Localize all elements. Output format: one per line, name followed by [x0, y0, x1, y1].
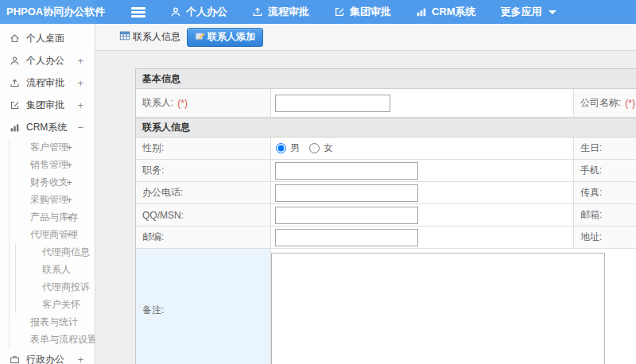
sidebar-item-label: 客户管理 [30, 141, 68, 154]
company-name-label-cell: 公司名称: (*) [573, 89, 636, 118]
birthday-label-cell: 生日: [573, 137, 636, 160]
expand-icon[interactable]: + [77, 99, 83, 111]
contact-name-input[interactable] [275, 95, 390, 112]
sidebar-item-label: 集团审批 [26, 99, 64, 112]
sidebar-item-label: CRM系统 [26, 121, 67, 134]
nav-label: 流程审批 [268, 5, 309, 19]
zip-input[interactable] [275, 229, 418, 246]
remark-textarea[interactable] [271, 253, 605, 364]
expand-icon[interactable]: + [66, 159, 72, 171]
sidebar-item-label: 表单与流程设置 [30, 333, 95, 347]
sidebar-item-label: 财务收支 [30, 176, 68, 189]
top-bar: PHPOA协同办公软件 个人办公 流程审批 集团审批 [0, 0, 636, 24]
office-phone-input[interactable] [275, 184, 418, 202]
nav-workflow-approval[interactable]: 流程审批 [252, 5, 309, 19]
expand-icon[interactable]: + [77, 354, 83, 364]
collapse-icon[interactable]: − [77, 122, 83, 134]
gender-male-radio[interactable] [276, 143, 286, 153]
sidebar-item-agent-complaints[interactable]: 代理商投诉 [16, 278, 95, 296]
email-label-cell: 邮箱: [573, 204, 636, 227]
expand-icon[interactable]: + [66, 141, 72, 153]
agent-submenu: 代理商信息 联系人 代理商投诉 客户关怀 [15, 243, 95, 313]
nav-label: 集团审批 [350, 5, 391, 19]
collapse-icon[interactable]: − [66, 229, 72, 241]
contact-add-form: 基本信息 联系人: (*) 公司名称: (*) 联系人信息 [135, 68, 636, 364]
sidebar-item-customer-care[interactable]: 客户关怀 [16, 296, 95, 313]
sidebar-item-agent-info[interactable]: 代理商信息 [16, 243, 95, 261]
sidebar-item-personal-office[interactable]: 个人办公 + [0, 49, 95, 72]
tab-contact-info[interactable]: 联系人信息 [119, 30, 180, 44]
tab-label: 联系人添加 [207, 30, 255, 44]
sidebar-item-label: 联系人 [42, 263, 71, 277]
nav-more-apps[interactable]: 更多应用 [501, 5, 556, 19]
sidebar-item-agent-mgmt[interactable]: 代理商管理 − [10, 226, 95, 243]
app-logo: PHPOA协同办公软件 [0, 0, 95, 24]
office-phone-label-cell: 办公电话: [136, 182, 271, 204]
contact-name-field-cell [271, 89, 573, 118]
field-label: 传真: [580, 186, 602, 199]
field-label: 生日: [580, 141, 602, 155]
caret-down-icon [549, 10, 556, 14]
sidebar-item-admin-office[interactable]: 行政办公 + [0, 348, 95, 364]
menu-toggle-icon[interactable] [131, 7, 145, 17]
sidebar-item-form-workflow-settings[interactable]: 表单与流程设置 + [10, 331, 95, 348]
field-label: 联系人: [142, 96, 173, 110]
app-window: PHPOA协同办公软件 个人办公 流程审批 集团审批 [0, 0, 636, 364]
sidebar-item-label: 报表与统计 [30, 316, 78, 329]
sidebar-item-workflow-approval[interactable]: 流程审批 + [0, 72, 95, 94]
user-icon [10, 56, 20, 66]
mobile-label-cell: 手机: [573, 160, 636, 182]
nav-personal-office[interactable]: 个人办公 [170, 5, 227, 19]
sidebar-item-crm-system[interactable]: CRM系统 − [0, 116, 95, 138]
qq-label-cell: QQ/MSN: [136, 204, 271, 227]
field-label: 邮箱: [580, 208, 602, 222]
expand-icon[interactable]: + [77, 77, 83, 89]
home-icon [10, 33, 20, 44]
job-label-cell: 职务: [136, 160, 271, 182]
qq-field-cell [271, 204, 573, 227]
tab-label: 联系人信息 [133, 30, 180, 44]
sidebar-item-finance[interactable]: 财务收支 + [10, 173, 95, 191]
sidebar-item-purchase-mgmt[interactable]: 采购管理 + [10, 191, 95, 208]
expand-icon[interactable]: + [66, 176, 72, 188]
sidebar-item-label: 采购管理 [30, 193, 68, 207]
edit-square-icon [10, 100, 20, 110]
nav-label: CRM系统 [432, 5, 476, 19]
sidebar-item-label: 流程审批 [26, 76, 64, 90]
field-label: 备注: [142, 304, 164, 317]
sidebar-item-customer-mgmt[interactable]: 客户管理 + [10, 138, 95, 156]
sidebar-item-personal-desktop[interactable]: 个人桌面 [0, 27, 95, 49]
sidebar-item-label: 销售管理 [30, 158, 68, 172]
field-label: 性别: [142, 141, 164, 155]
sidebar-item-sales-mgmt[interactable]: 销售管理 + [10, 156, 95, 173]
qq-input[interactable] [275, 207, 418, 224]
sidebar-item-label: 客户关怀 [42, 298, 80, 312]
remark-field-cell [271, 249, 636, 364]
job-field-cell [271, 160, 573, 182]
job-input[interactable] [275, 162, 418, 180]
address-label-cell: 地址: [573, 227, 636, 249]
nav-group-approval[interactable]: 集团审批 [334, 5, 391, 19]
section-header-contact-info: 联系人信息 [136, 118, 636, 137]
gender-female-radio[interactable] [309, 143, 320, 153]
edit-square-icon [334, 6, 345, 17]
field-label: 办公电话: [142, 186, 183, 199]
zip-field-cell [271, 227, 573, 249]
sidebar-item-group-approval[interactable]: 集团审批 + [0, 94, 95, 116]
expand-icon[interactable]: + [77, 55, 83, 67]
main-content: 联系人信息 联系人添加 基本信息 联系人: (*) [95, 24, 636, 364]
required-mark: (*) [625, 98, 635, 109]
user-icon [170, 6, 181, 17]
nav-crm-system[interactable]: CRM系统 [416, 5, 476, 19]
tab-contact-add[interactable]: 联系人添加 [187, 28, 263, 47]
sidebar-item-label: 行政办公 [26, 353, 64, 364]
field-label: 公司名称: [580, 96, 621, 110]
sidebar-item-contacts[interactable]: 联系人 [16, 261, 95, 278]
expand-icon[interactable]: + [66, 194, 72, 206]
office-phone-field-cell [271, 182, 573, 204]
gender-label-cell: 性别: [136, 137, 271, 160]
sidebar-item-product-inventory[interactable]: 产品与库存 + [10, 208, 95, 226]
remark-label-cell: 备注: [136, 249, 271, 364]
sidebar-item-reports-stats[interactable]: 报表与统计 [10, 313, 95, 331]
expand-icon[interactable]: + [66, 211, 72, 223]
